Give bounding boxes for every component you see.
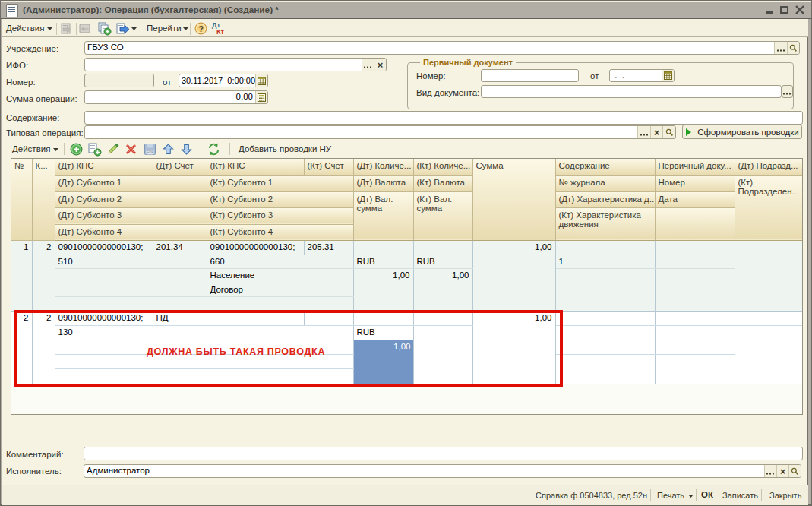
svg-text:ЕОК: ЕОК: [147, 150, 154, 154]
svg-text:?: ?: [198, 24, 204, 33]
